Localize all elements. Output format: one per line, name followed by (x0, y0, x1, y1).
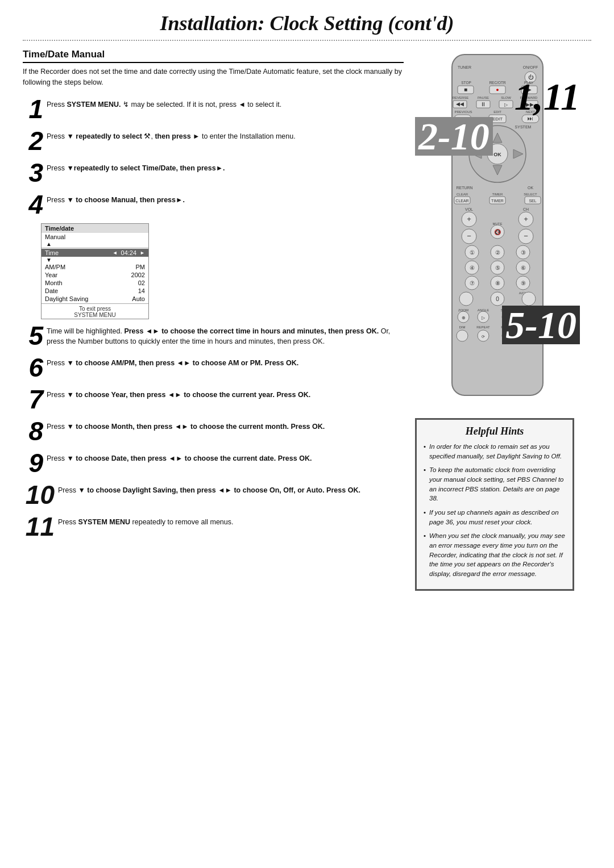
svg-text:CLEAR: CLEAR (457, 193, 468, 196)
svg-text:⊕: ⊕ (462, 315, 466, 320)
svg-text:EDIT: EDIT (492, 116, 503, 122)
step-content-3: Press ▼repeatedly to select Time/Date, t… (47, 160, 404, 174)
svg-text:TUNER: TUNER (458, 65, 471, 69)
svg-text:TIMER: TIMER (492, 193, 503, 196)
step-4: 4 Press ▼ to choose Manual, then press►. (23, 191, 404, 218)
step-11: 11 Press SYSTEM MENU repeatedly to remov… (23, 514, 404, 540)
right-column: 1,11 2-10 5-10 TUNER ON/OFF ⏻ STOP RE (415, 49, 591, 591)
step-content-11: Press SYSTEM MENU repeatedly to remove a… (58, 514, 404, 528)
step-content-9: Press ▼ to choose Date, then press ◄► to… (47, 450, 404, 464)
step-num-2: 2 (23, 128, 43, 154)
step-num-4: 4 (23, 191, 43, 218)
menu-row-ampm-label: AM/PM (45, 264, 65, 270)
svg-text:⑦: ⑦ (470, 280, 475, 286)
svg-text:⑤: ⑤ (495, 265, 500, 271)
step-content-6: Press ▼ to choose AM/PM, then press ◄► t… (47, 354, 404, 369)
svg-text:SLOW: SLOW (501, 96, 511, 99)
right-arrow-icon: ► (140, 250, 145, 256)
svg-text:CLEAR: CLEAR (455, 199, 468, 203)
step-6: 6 Press ▼ to choose AM/PM, then press ◄►… (23, 354, 404, 381)
svg-point-88 (459, 292, 473, 306)
menu-row-daylight: Daylight Saving Auto (42, 295, 148, 303)
svg-text:⑨: ⑨ (521, 280, 526, 286)
svg-text:ON/OFF: ON/OFF (523, 65, 538, 69)
svg-text:−: − (467, 232, 471, 240)
menu-row-date: Date 14 (42, 287, 148, 295)
step-content-8: Press ▼ to choose Month, then press ◄► t… (47, 418, 404, 432)
step-num-3: 3 (23, 160, 43, 186)
menu-subheader: Manual (42, 233, 148, 241)
left-arrow-icon: ◄ (113, 250, 118, 256)
svg-text:▷: ▷ (504, 102, 508, 107)
page-title: Installation: Clock Setting (cont'd) (23, 11, 591, 35)
hint-item-4: When you set the clock manually, you may… (424, 531, 566, 578)
page: Installation: Clock Setting (cont'd) Tim… (0, 0, 614, 868)
menu-row-date-value: 14 (138, 287, 145, 294)
svg-text:EDIT: EDIT (493, 110, 501, 114)
menu-row-time-value: 04:24 (121, 249, 137, 256)
step-num-1: 1 (23, 96, 43, 122)
svg-text:REC/OTR: REC/OTR (489, 81, 506, 85)
step-7: 7 Press ▼ to choose Year, then press ◄► … (23, 386, 404, 412)
step-num-10: 10 (23, 482, 55, 508)
main-layout: Time/Date Manual If the Recorder does no… (23, 49, 591, 591)
hint-item-3: If you set up channels again as describe… (424, 508, 566, 527)
svg-text:②: ② (495, 249, 500, 256)
menu-row-year-value: 2002 (131, 272, 145, 278)
step-5: 5 Time will be highlighted. Press ◄► to … (23, 323, 404, 349)
svg-text:🔇: 🔇 (494, 228, 501, 236)
remote-area: 1,11 2-10 5-10 TUNER ON/OFF ⏻ STOP RE (415, 49, 580, 412)
svg-text:REVERSE: REVERSE (453, 96, 469, 99)
svg-text:◀◀: ◀◀ (456, 101, 464, 107)
menu-up-arrow: ▲ (42, 241, 148, 247)
svg-text:PAUSE: PAUSE (478, 96, 489, 99)
svg-text:⑥: ⑥ (521, 265, 526, 271)
menu-row-month: Month 02 (42, 279, 148, 287)
svg-text:SYSTEM: SYSTEM (515, 125, 532, 129)
menu-row-daylight-label: Daylight Saving (45, 295, 88, 302)
svg-text:OK: OK (493, 152, 501, 157)
step-num-6: 6 (23, 354, 43, 381)
big-num-5-10: 5-10 (502, 306, 580, 344)
svg-text:STOP: STOP (461, 81, 471, 85)
svg-text:③: ③ (521, 249, 526, 256)
svg-text:CH: CH (523, 207, 529, 211)
menu-row-ampm-value: PM (136, 264, 146, 270)
dotted-rule (23, 40, 591, 41)
menu-row-time: Time ◄ 04:24 ► (42, 249, 148, 257)
step-num-8: 8 (23, 418, 43, 444)
svg-text:▷: ▷ (482, 315, 486, 320)
svg-text:⑧: ⑧ (495, 280, 500, 286)
menu-header: Time/date (42, 224, 148, 233)
menu-footer-line2: SYSTEM MENU (42, 312, 148, 318)
svg-text:①: ① (470, 249, 475, 256)
left-column: Time/Date Manual If the Recorder does no… (23, 49, 404, 591)
step-3: 3 Press ▼repeatedly to select Time/Date,… (23, 160, 404, 186)
step-content-5: Time will be highlighted. Press ◄► to ch… (47, 323, 404, 348)
step-1: 1 Press SYSTEM MENU. ↯ may be selected. … (23, 96, 404, 122)
menu-row-year: Year 2002 (42, 271, 148, 279)
menu-screenshot: Time/date Manual ▲ Time ◄ 04:24 ► ▼ AM/P… (41, 223, 149, 319)
step-content-7: Press ▼ to choose Year, then press ◄► to… (47, 386, 404, 400)
helpful-hints-box: Helpful Hints In order for the clock to … (415, 418, 574, 591)
svg-text:SEL: SEL (529, 199, 536, 203)
svg-text:●: ● (496, 87, 499, 93)
svg-text:■: ■ (464, 86, 467, 93)
step-2: 2 Press ▼ repeatedly to select ⚒, then p… (23, 128, 404, 154)
svg-text:⟳: ⟳ (482, 335, 485, 339)
step-content-10: Press ▼ to choose Daylight Saving, then … (58, 482, 404, 496)
big-num-1-11: 1,11 (515, 77, 580, 116)
svg-text:OK: OK (528, 186, 533, 190)
svg-text:REPEAT: REPEAT (476, 326, 490, 329)
hints-title: Helpful Hints (424, 425, 566, 437)
step-num-9: 9 (23, 450, 43, 476)
menu-row-daylight-value: Auto (132, 295, 145, 302)
big-num-2-10: 2-10 (415, 117, 493, 156)
menu-row-month-label: Month (45, 279, 63, 286)
intro-text: If the Recorder does not set the time an… (23, 66, 404, 88)
menu-row-date-label: Date (45, 287, 58, 294)
step-9: 9 Press ▼ to choose Date, then press ◄► … (23, 450, 404, 476)
svg-text:VOL: VOL (465, 207, 473, 211)
step-10: 10 Press ▼ to choose Daylight Saving, th… (23, 482, 404, 508)
hint-item-1: In order for the clock to remain set as … (424, 442, 566, 461)
